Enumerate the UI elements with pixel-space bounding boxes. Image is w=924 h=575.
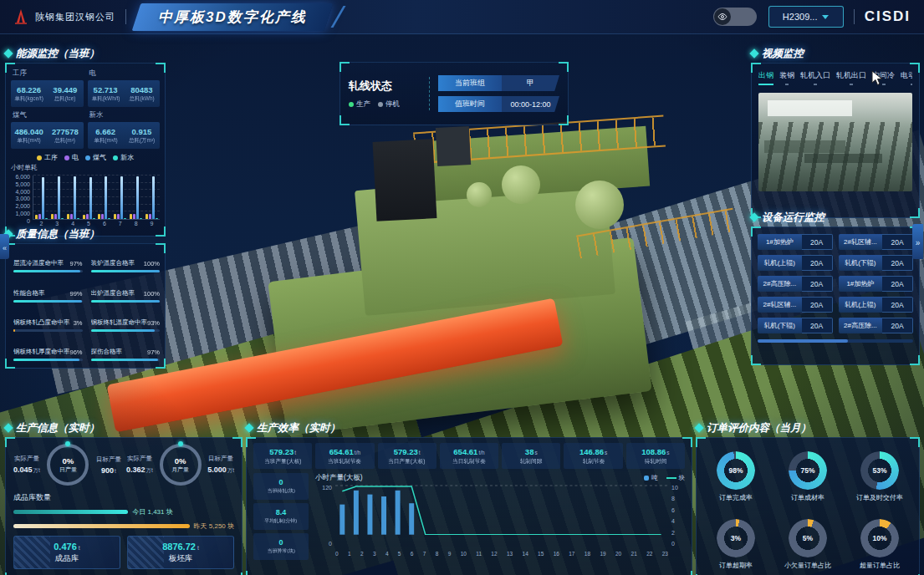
vertical-divider xyxy=(429,77,430,110)
bar-group: 2 xyxy=(35,176,48,219)
quality-item: 钢板终轧温度命中率 93% xyxy=(91,310,161,332)
quality-item: 层流冷温度命中率 97% xyxy=(13,251,83,272)
y-tick: 4 xyxy=(671,518,685,524)
equipment-label: 轧机(下辊) xyxy=(839,255,883,271)
bar xyxy=(105,176,107,219)
stat-label: 当班产量(大板) xyxy=(264,457,301,466)
panel-title: 设备运行监控 xyxy=(762,211,824,225)
inventory-bar-label: 昨天 5,250 块 xyxy=(194,522,234,531)
energy-unit-label: 总耗(tce) xyxy=(48,94,82,102)
progress-track xyxy=(91,300,161,303)
efficiency-stat: 108.86s 待轧时间 xyxy=(626,443,685,469)
equipment-item: 2#高压除... 20A xyxy=(758,276,833,292)
equipment-current: 20A xyxy=(882,234,913,250)
donut-label: 小欠量订单占比 xyxy=(784,561,831,570)
camera-feed[interactable] xyxy=(758,93,912,191)
x-tick: 3 xyxy=(373,551,376,557)
actual-output-label: 实际产量 xyxy=(13,455,40,463)
bar-group: 4 xyxy=(67,176,79,219)
warehouse-boxes: 0.476t 成品库 8876.72t 板坯库 xyxy=(13,536,234,569)
quality-item: 探伤合格率 97% xyxy=(91,339,161,361)
order-donut-item: 75% 订单成材率 xyxy=(773,445,842,509)
energy-value: 6.662 xyxy=(88,127,124,136)
status-dot xyxy=(349,102,354,107)
bar xyxy=(114,214,116,219)
bar xyxy=(133,214,135,219)
x-tick: 12 xyxy=(491,551,497,557)
efficiency-side-stats: 0 当班待轧(块) 8.4 平均轧制(分钟) 0 当班异常(块) xyxy=(253,473,309,560)
x-tick: 22 xyxy=(646,551,652,557)
hourly-svg xyxy=(335,485,668,535)
warehouse-value: 0.476 xyxy=(54,542,77,552)
scrollbar-thumb[interactable] xyxy=(758,339,848,343)
donut-ring: 53% xyxy=(860,451,899,490)
x-tick: 3 xyxy=(55,221,59,226)
eye-icon xyxy=(714,8,731,25)
status-dot xyxy=(378,102,383,107)
stat-value: 579.23 xyxy=(394,447,418,456)
equipment-monitor-panel: 设备运行监控 1#加热炉 20A 2#轧区辅... 20A 轧机(上辊) xyxy=(751,211,920,365)
x-tick: 17 xyxy=(569,551,574,557)
energy-box: 工序 68.226 单耗(kgce/t) 39.449 总耗(tce) 电 52… xyxy=(5,63,166,237)
progress-track xyxy=(91,329,161,332)
diamond-icon xyxy=(749,48,758,58)
video-tab[interactable]: 中间冷 xyxy=(872,70,895,85)
quality-info-panel: 质量信息（当班） 层流冷温度命中率 97% 装炉温度合格率 100 xyxy=(5,227,166,369)
equipment-scrollbar xyxy=(758,339,913,343)
video-tab[interactable]: 电动热 xyxy=(901,70,912,85)
equipment-item: 2#轧区辅... 20A xyxy=(758,297,833,313)
x-tick: 9 xyxy=(448,551,452,557)
target-output-label: 目标产量 xyxy=(207,455,234,463)
right-y-axis: 1086420 xyxy=(671,485,685,547)
equipment-item: 轧机(下辊) 20A xyxy=(758,318,833,333)
energy-unit-label: 单耗(m³/t) xyxy=(89,136,122,144)
video-tab[interactable]: 轧机入口 xyxy=(800,70,830,85)
x-tick: 10 xyxy=(461,551,467,557)
panel-title: 生产效率（实时） xyxy=(257,421,340,435)
video-tab[interactable]: 出钢 xyxy=(758,70,773,85)
y-tick: 0 xyxy=(11,218,30,224)
energy-value: 486.040 xyxy=(11,127,47,136)
collapse-right-button[interactable] xyxy=(912,224,923,259)
y-tick: 1,000 xyxy=(11,211,30,216)
line-status-box: 轧线状态 生产 停机 xyxy=(339,62,569,125)
heat-number-select[interactable]: H2309... xyxy=(768,6,844,28)
inventory-bar-fill xyxy=(13,524,190,528)
production-efficiency-panel: 生产效率（实时） 579.23t 当班产量(大板) 654.61t/h 当班轧制… xyxy=(246,421,692,575)
quality-item: 钢板终轧厚度命中率 96% xyxy=(13,339,83,361)
x-tick: 6 xyxy=(103,221,106,226)
panel-title: 质量信息（当班） xyxy=(16,227,100,242)
hourly-chart-title: 小时产量(大板) xyxy=(315,473,363,483)
panel-title: 生产信息（实时） xyxy=(16,421,100,435)
quality-item: 性能合格率 99% xyxy=(13,280,83,302)
y-tick: 0 xyxy=(315,541,332,547)
diamond-icon xyxy=(694,423,703,432)
efficiency-stat: 579.23t 当班产量(大板) xyxy=(253,443,312,469)
donut-ring: 75% xyxy=(789,451,827,490)
panel-title-row: 视频监控 xyxy=(751,47,920,60)
energy-card: 工序 68.226 单耗(kgce/t) 39.449 总耗(tce) xyxy=(11,68,84,107)
quality-value: 97% xyxy=(70,260,83,267)
energy-card-name: 煤气 xyxy=(13,110,84,120)
bar xyxy=(108,218,110,219)
energy-card-name: 电 xyxy=(89,69,161,79)
donut-label: 订单超期率 xyxy=(719,561,753,570)
stat-label: 当日产量(大板) xyxy=(389,457,426,466)
visibility-toggle[interactable] xyxy=(713,8,757,26)
page-title: 中厚板3D数字化产线 xyxy=(158,8,307,27)
x-tick: 0 xyxy=(335,551,339,557)
bar-group: 9 xyxy=(145,176,158,219)
video-tab[interactable]: 轧机出口 xyxy=(836,70,866,85)
header-divider xyxy=(854,9,855,24)
equipment-label: 轧机(上辊) xyxy=(839,297,883,313)
collapse-left-button[interactable] xyxy=(0,234,9,259)
bar xyxy=(136,176,139,219)
status-info-row: 当前班组 甲 xyxy=(438,75,559,91)
quality-box: 层流冷温度命中率 97% 装炉温度合格率 100% xyxy=(5,243,166,369)
unit: s xyxy=(605,450,607,455)
bar xyxy=(145,214,148,219)
video-tab[interactable]: 装钢 xyxy=(779,70,794,85)
energy-value: 277578 xyxy=(47,127,83,136)
bar xyxy=(51,214,54,219)
energy-value: 39.449 xyxy=(47,85,83,94)
